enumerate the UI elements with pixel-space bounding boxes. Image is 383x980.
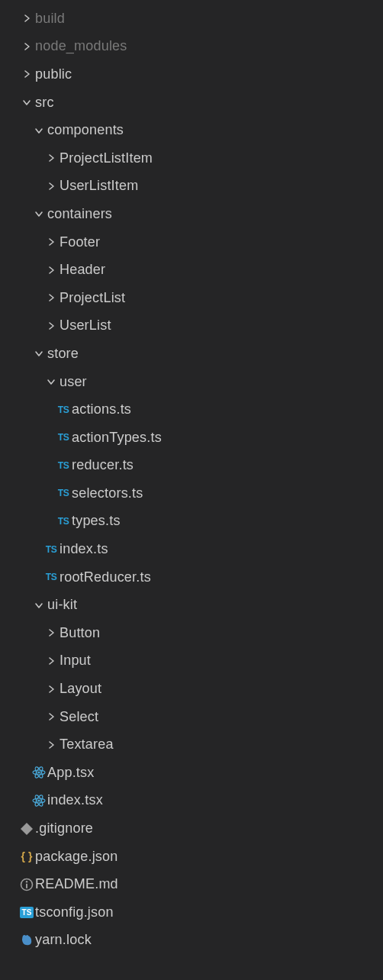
tree-item[interactable]: Button — [0, 619, 383, 647]
chevron-down-icon — [43, 376, 60, 388]
tree-item[interactable]: TStypes.ts — [0, 508, 383, 536]
chevron-right-icon — [43, 320, 60, 332]
tree-item-label: selectors.ts — [72, 485, 143, 501]
tree-item-label: containers — [47, 206, 112, 222]
chevron-right-icon — [43, 152, 60, 164]
typescript-icon: TS — [55, 432, 72, 443]
tree-item[interactable]: TSrootReducer.ts — [0, 563, 383, 592]
tree-item[interactable]: README.md — [0, 870, 383, 898]
react-icon — [31, 766, 47, 779]
tree-item[interactable]: index.tsx — [0, 787, 383, 815]
tsconfig-icon: TS — [18, 907, 35, 918]
tree-item-label: ProjectListItem — [60, 150, 153, 166]
typescript-icon: TS — [55, 460, 72, 471]
git-icon — [18, 822, 35, 836]
chevron-down-icon — [18, 96, 35, 108]
tree-item-label: actionTypes.ts — [72, 430, 162, 446]
typescript-icon: TS — [55, 405, 72, 415]
tree-item[interactable]: Textarea — [0, 730, 383, 759]
tree-item[interactable]: ui-kit — [0, 591, 383, 619]
tree-item-label: Layout — [60, 681, 101, 697]
tree-item-label: index.ts — [60, 541, 108, 557]
chevron-right-icon — [43, 711, 60, 723]
tree-item-label: tsconfig.json — [35, 904, 114, 920]
tree-item-label: Input — [60, 653, 91, 669]
chevron-right-icon — [18, 12, 35, 24]
tree-item-label: Footer — [60, 234, 100, 250]
tree-item-label: Select — [60, 709, 98, 725]
chevron-right-icon — [18, 68, 35, 80]
tree-item-label: build — [35, 11, 65, 27]
tree-item[interactable]: TSactionTypes.ts — [0, 424, 383, 452]
file-tree: buildnode_modulespublicsrccomponentsProj… — [0, 5, 383, 954]
typescript-icon: TS — [55, 516, 72, 527]
yarn-icon — [18, 933, 35, 947]
tree-item-label: Header — [60, 262, 105, 278]
tree-item-label: UserList — [60, 318, 111, 334]
typescript-icon: TS — [43, 544, 60, 555]
tree-item[interactable]: TSreducer.ts — [0, 452, 383, 480]
chevron-down-icon — [31, 599, 47, 611]
tree-item[interactable]: .gitignore — [0, 814, 383, 843]
typescript-icon: TS — [55, 488, 72, 498]
chevron-right-icon — [43, 264, 60, 276]
tree-item[interactable]: Header — [0, 256, 383, 284]
chevron-down-icon — [31, 208, 47, 220]
tree-item-label: README.md — [35, 876, 118, 892]
tree-item[interactable]: user — [0, 368, 383, 396]
tree-item-label: public — [35, 66, 72, 82]
chevron-down-icon — [31, 347, 47, 359]
tree-item[interactable]: Layout — [0, 675, 383, 703]
tree-item[interactable]: UserList — [0, 312, 383, 340]
tree-item[interactable]: ProjectListItem — [0, 144, 383, 172]
tree-item[interactable]: App.tsx — [0, 759, 383, 787]
tree-item-label: yarn.lock — [35, 932, 92, 948]
tree-item-label: Textarea — [60, 737, 114, 753]
tree-item-label: package.json — [35, 849, 117, 865]
tree-item[interactable]: Select — [0, 703, 383, 731]
chevron-right-icon — [43, 627, 60, 639]
tree-item-label: Button — [60, 625, 100, 641]
info-icon — [18, 878, 35, 891]
tree-item[interactable]: src — [0, 89, 383, 117]
tree-item-label: UserListItem — [60, 178, 138, 194]
tree-item[interactable]: Input — [0, 647, 383, 675]
tree-item-label: types.ts — [72, 513, 121, 529]
tree-item[interactable]: TSactions.ts — [0, 395, 383, 424]
tree-item-label: actions.ts — [72, 401, 131, 417]
chevron-right-icon — [43, 739, 60, 751]
tree-item[interactable]: TStsconfig.json — [0, 898, 383, 927]
tree-item-label: rootReducer.ts — [60, 569, 151, 585]
tree-item-label: ProjectList — [60, 290, 125, 306]
react-icon — [31, 794, 47, 808]
json-icon: { } — [18, 850, 35, 862]
tree-item[interactable]: { }package.json — [0, 843, 383, 871]
tree-item-label: node_modules — [35, 38, 127, 54]
tree-item[interactable]: store — [0, 340, 383, 368]
tree-item[interactable]: UserListItem — [0, 172, 383, 201]
chevron-right-icon — [43, 683, 60, 695]
tree-item[interactable]: containers — [0, 200, 383, 228]
tree-item[interactable]: components — [0, 116, 383, 144]
chevron-right-icon — [43, 180, 60, 192]
tree-item[interactable]: TSselectors.ts — [0, 479, 383, 508]
tree-item-label: src — [35, 95, 54, 111]
tree-item-label: user — [60, 374, 87, 390]
tree-item-label: App.tsx — [47, 765, 94, 781]
typescript-icon: TS — [43, 572, 60, 582]
tree-item[interactable]: node_modules — [0, 33, 383, 61]
tree-item[interactable]: Footer — [0, 228, 383, 256]
tree-item[interactable]: public — [0, 60, 383, 89]
tree-item[interactable]: build — [0, 5, 383, 33]
chevron-right-icon — [43, 655, 60, 667]
chevron-right-icon — [43, 236, 60, 248]
tree-item[interactable]: yarn.lock — [0, 927, 383, 955]
tree-item[interactable]: ProjectList — [0, 284, 383, 312]
tree-item-label: components — [47, 122, 124, 138]
chevron-right-icon — [18, 40, 35, 53]
tree-item-label: store — [47, 346, 79, 362]
tree-item-label: reducer.ts — [72, 457, 134, 473]
chevron-right-icon — [43, 292, 60, 304]
chevron-down-icon — [31, 124, 47, 137]
tree-item[interactable]: TSindex.ts — [0, 535, 383, 563]
